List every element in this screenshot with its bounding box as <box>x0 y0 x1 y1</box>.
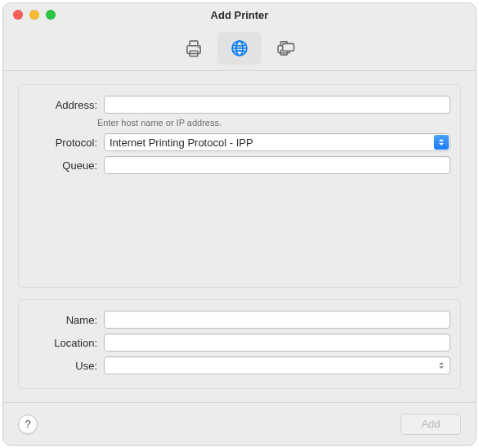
address-hint: Enter host name or IP address. <box>97 118 222 128</box>
updown-stepper-icon <box>434 135 449 150</box>
details-panel: Name: Location: Use: <box>18 299 461 389</box>
location-input[interactable] <box>104 334 450 352</box>
shared-printer-icon <box>275 38 296 59</box>
address-hint-row: Enter host name or IP address. <box>29 118 450 128</box>
use-popup[interactable] <box>104 356 450 374</box>
queue-label: Queue: <box>29 159 104 172</box>
printer-icon <box>183 38 204 59</box>
address-input[interactable] <box>104 96 450 114</box>
use-row: Use: <box>29 356 450 375</box>
location-row: Location: <box>29 333 450 352</box>
use-label: Use: <box>29 360 104 372</box>
toolbar <box>3 26 476 71</box>
help-button[interactable]: ? <box>18 414 38 434</box>
tab-ip-printer[interactable] <box>217 32 262 65</box>
protocol-value: Internet Printing Protocol - IPP <box>110 137 430 149</box>
name-input[interactable] <box>104 311 450 329</box>
queue-row: Queue: <box>29 155 450 175</box>
footer: ? Add <box>3 402 476 445</box>
svg-rect-1 <box>190 41 198 46</box>
location-label: Location: <box>29 337 104 349</box>
titlebar: Add Printer <box>3 3 476 26</box>
name-label: Name: <box>29 314 104 326</box>
svg-rect-10 <box>283 43 294 51</box>
name-row: Name: <box>29 310 450 329</box>
add-button[interactable]: Add <box>401 414 461 435</box>
address-label: Address: <box>29 99 104 111</box>
protocol-label: Protocol: <box>29 137 104 149</box>
tab-windows-printer[interactable] <box>263 32 307 65</box>
queue-input[interactable] <box>104 156 450 174</box>
add-printer-window: Add Printer <box>2 2 477 446</box>
help-icon: ? <box>25 418 30 430</box>
tab-default-printer[interactable] <box>172 32 216 65</box>
protocol-row: Protocol: Internet Printing Protocol - I… <box>29 132 450 152</box>
svg-point-3 <box>198 47 199 48</box>
globe-icon <box>229 38 250 59</box>
add-button-label: Add <box>421 418 440 430</box>
connection-panel: Address: Enter host name or IP address. … <box>18 84 461 288</box>
printer-source-segmented-control <box>172 32 307 65</box>
window-title: Add Printer <box>3 9 476 21</box>
updown-stepper-icon <box>436 357 446 374</box>
protocol-popup[interactable]: Internet Printing Protocol - IPP <box>104 133 450 151</box>
address-row: Address: <box>29 95 450 114</box>
content-area: Address: Enter host name or IP address. … <box>3 71 476 402</box>
